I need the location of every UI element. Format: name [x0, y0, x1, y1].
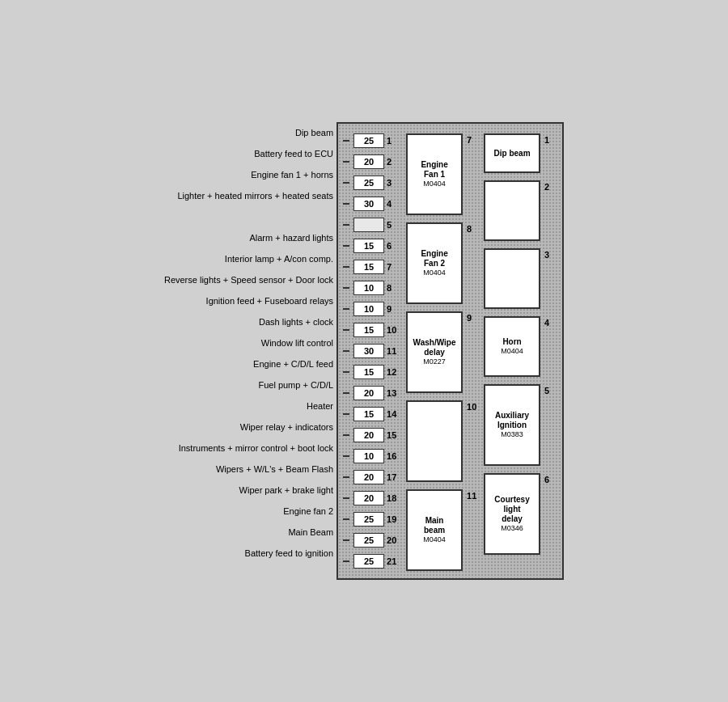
right-relay-num-3: 3 [544, 248, 557, 309]
fuse-row-8: 108 [343, 277, 401, 298]
label-row-6: Alarm + hazard lights [249, 227, 333, 248]
fuse-number-2: 2 [387, 157, 401, 167]
fuse-slot-8: 10 [353, 281, 384, 295]
fuse-slot-2: 20 [353, 154, 384, 169]
connector-line-1 [343, 140, 349, 142]
connector-line-8 [343, 287, 349, 289]
label-row-20: Main Beam [288, 522, 333, 543]
connector-line-7 [343, 266, 349, 268]
fuse-number-8: 8 [387, 283, 401, 293]
connector-line-10 [343, 329, 349, 331]
left-relay-num-9: 9 [467, 311, 480, 393]
right-relay-2 [484, 180, 540, 241]
fuse-number-6: 6 [387, 241, 401, 251]
fuse-number-20: 20 [387, 535, 401, 545]
fuse-slot-18: 20 [353, 491, 384, 505]
connector-line-5 [343, 224, 349, 226]
right-relay-3 [484, 248, 540, 309]
fuse-row-17: 2017 [343, 467, 401, 488]
left-relay-group: EngineFan 1M0404EngineFan 2M0404Wash/Wip… [406, 130, 463, 572]
right-relay-numbers: 123456 [544, 130, 557, 572]
fuse-number-19: 19 [387, 514, 401, 524]
fuse-number-4: 4 [387, 199, 401, 209]
fuse-row-11: 3011 [343, 340, 401, 362]
fuse-slot-17: 20 [353, 470, 384, 484]
fuse-number-17: 17 [387, 472, 401, 482]
label-row-11: Window lift control [261, 332, 333, 353]
fuse-row-20: 2520 [343, 530, 401, 551]
label-row-21: Battery feed to ignition [245, 543, 333, 564]
connector-line-9 [343, 308, 349, 310]
connector-line-20 [343, 539, 349, 541]
right-relay-1: Dip beam [484, 133, 540, 173]
fuse-row-6: 156 [343, 235, 401, 256]
connector-line-12 [343, 371, 349, 373]
label-row-8: Reverse lights + Speed sensor + Door loc… [164, 269, 333, 290]
diagram-container: Dip beamBattery feed to ECUEngine fan 1 … [164, 122, 564, 580]
label-row-13: Fuel pump + C/D/L [258, 374, 333, 395]
label-row-15: Wiper relay + indicators [240, 417, 333, 438]
label-row-12: Engine + C/D/L feed [253, 353, 333, 374]
fuse-row-4: 304 [343, 193, 401, 214]
label-row-9: Ignition feed + Fuseboard relays [206, 290, 333, 311]
fuse-slot-19: 25 [353, 512, 384, 526]
fuse-slot-10: 15 [353, 323, 384, 337]
fuse-row-18: 2018 [343, 488, 401, 509]
fuse-row-3: 253 [343, 172, 401, 193]
label-row-14: Heater [307, 395, 333, 417]
fuse-row-15: 2015 [343, 425, 401, 446]
fuse-slot-21: 25 [353, 554, 384, 569]
fuse-row-5: 5 [343, 214, 401, 235]
fuse-row-7: 157 [343, 256, 401, 277]
fuse-slot-5 [353, 218, 384, 232]
fuse-row-12: 1512 [343, 362, 401, 383]
connector-line-15 [343, 434, 349, 436]
fuse-slot-12: 15 [353, 365, 384, 379]
fuse-row-19: 2519 [343, 509, 401, 530]
connector-line-17 [343, 476, 349, 478]
connector-line-19 [343, 518, 349, 520]
fuse-row-1: 251 [343, 130, 401, 151]
connector-line-13 [343, 392, 349, 394]
fuse-box: 2512022533045156157108109151030111512201… [336, 122, 564, 580]
label-row-10: Dash lights + clock [259, 311, 333, 332]
relay-area: EngineFan 1M0404EngineFan 2M0404Wash/Wip… [406, 130, 557, 572]
connector-line-4 [343, 203, 349, 205]
page-wrapper: Dip beamBattery feed to ECUEngine fan 1 … [0, 0, 728, 702]
fuse-row-13: 2013 [343, 383, 401, 404]
left-relay-7: EngineFan 1M0404 [406, 133, 463, 215]
fuse-number-16: 16 [387, 451, 401, 461]
connector-line-2 [343, 161, 349, 163]
right-relay-num-4: 4 [544, 316, 557, 377]
right-relay-num-2: 2 [544, 180, 557, 241]
fuse-slot-9: 10 [353, 302, 384, 316]
fuse-slot-1: 25 [353, 133, 384, 148]
fuse-number-13: 13 [387, 388, 401, 398]
label-row-16: Instruments + mirror control + boot lock [179, 438, 333, 459]
left-relay-9: Wash/WipedelayM0227 [406, 311, 463, 393]
connector-line-21 [343, 560, 349, 562]
fuse-slot-15: 20 [353, 428, 384, 442]
fuse-row-9: 109 [343, 298, 401, 319]
fuse-row-21: 2521 [343, 551, 401, 572]
connector-line-6 [343, 245, 349, 247]
label-row-18: Wiper park + brake light [239, 480, 333, 501]
fuse-slot-7: 15 [353, 260, 384, 274]
labels-column: Dip beamBattery feed to ECUEngine fan 1 … [164, 122, 336, 564]
fuse-number-15: 15 [387, 430, 401, 440]
left-relay-num-10: 10 [467, 400, 480, 482]
fuse-slot-4: 30 [353, 197, 384, 211]
fuse-row-16: 1016 [343, 446, 401, 467]
fuse-number-21: 21 [387, 556, 401, 566]
connector-line-16 [343, 455, 349, 457]
left-relay-8: EngineFan 2M0404 [406, 222, 463, 304]
label-row-7: Interior lamp + A/con comp. [225, 248, 333, 269]
fuse-number-5: 5 [387, 220, 401, 230]
connector-line-18 [343, 497, 349, 499]
fuse-row-2: 202 [343, 151, 401, 172]
fuse-number-10: 10 [387, 325, 401, 335]
label-row-19: Engine fan 2 [283, 501, 333, 522]
left-relay-11: MainbeamM0404 [406, 489, 463, 571]
connector-line-11 [343, 350, 349, 352]
label-row-4: Lighter + heated mirrors + heated seats [177, 185, 333, 206]
